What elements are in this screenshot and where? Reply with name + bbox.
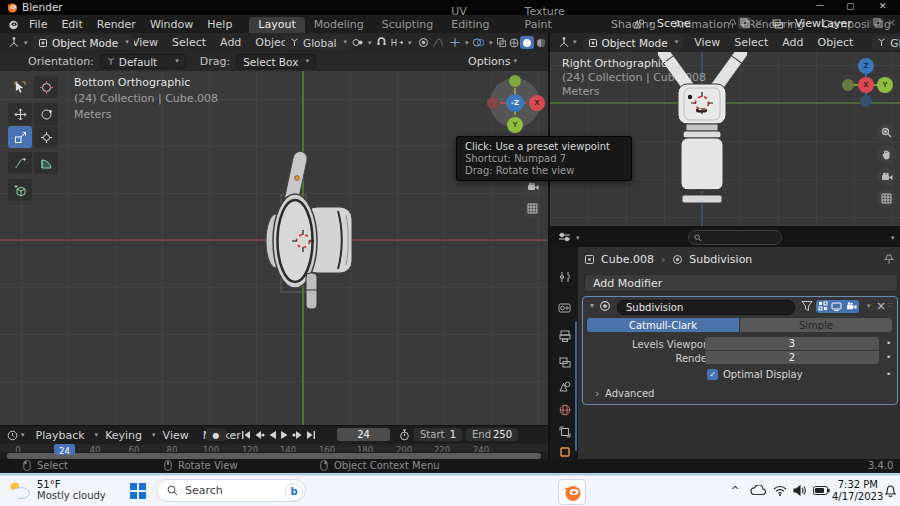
tab-world[interactable]	[556, 402, 573, 418]
options-button[interactable]: Options ▾	[468, 55, 517, 68]
blender-active-button[interactable]	[558, 479, 586, 505]
menu-render[interactable]: Render	[90, 18, 143, 31]
gizmo-y-ball[interactable]: Y	[877, 77, 893, 93]
viewlayer-name[interactable]: ViewLayer	[795, 17, 852, 30]
gizmo-x-center-ball[interactable]: X	[858, 77, 874, 93]
transform-orientation-selector[interactable]: Global ▾	[285, 35, 352, 50]
pan-hand-icon[interactable]	[877, 145, 896, 164]
playhead-marker[interactable]: 24	[54, 444, 75, 455]
animate-dot[interactable]: •	[886, 338, 891, 348]
modifier-extras-chevron[interactable]: ▾	[867, 303, 871, 310]
jump-to-start-button[interactable]	[240, 430, 251, 440]
end-frame-field[interactable]: End 250	[466, 428, 518, 441]
pin-icon[interactable]	[728, 19, 737, 29]
menu-playback[interactable]: Playback	[29, 429, 92, 442]
volume-icon[interactable]	[793, 485, 806, 496]
modifier-delete-button[interactable]: ×	[876, 299, 886, 313]
tool-cursor[interactable]	[34, 76, 58, 98]
render-slider[interactable]: 2	[705, 351, 879, 364]
properties-editor-icon[interactable]	[558, 232, 571, 242]
levels-viewport-slider[interactable]: 3	[705, 337, 879, 350]
show-overlays-icon[interactable]	[472, 37, 485, 48]
edit-mode-display-icon[interactable]	[801, 300, 813, 312]
menu-select[interactable]: Select	[727, 36, 775, 49]
tool-transform[interactable]	[34, 126, 58, 148]
tool-rotate[interactable]	[34, 103, 58, 125]
maximize-button[interactable]: ▢	[846, 1, 855, 11]
search-box[interactable]: Search b	[156, 479, 306, 502]
navigation-gizmo[interactable]: Z Y X	[843, 62, 889, 108]
optimal-display-checkbox[interactable]: ✓	[707, 369, 718, 380]
tool-scale-active[interactable]	[8, 126, 32, 148]
menu-help[interactable]: Help	[200, 18, 239, 31]
tab-render[interactable]	[556, 299, 573, 315]
menu-select[interactable]: Select	[165, 36, 213, 49]
tray-chevron-icon[interactable]: ^	[731, 485, 739, 496]
ortho-grid-icon[interactable]	[523, 199, 542, 218]
ortho-grid-icon[interactable]	[877, 189, 896, 208]
tool-select-box[interactable]	[8, 76, 32, 98]
tool-add-cube[interactable]	[8, 179, 32, 201]
play-button[interactable]	[280, 430, 289, 440]
editor-type-3d-icon[interactable]	[8, 37, 20, 48]
app-menu-icon[interactable]	[8, 19, 19, 30]
animate-dot[interactable]: •	[886, 352, 891, 362]
pin-icon[interactable]	[884, 254, 894, 265]
unlink-scene-button[interactable]: ×	[754, 16, 763, 29]
tab-uv-editing[interactable]: UV Editing	[442, 4, 515, 33]
display-render-icon[interactable]	[846, 302, 857, 311]
properties-search-input[interactable]	[688, 230, 782, 245]
proportional-curve-icon[interactable]	[432, 38, 444, 47]
timeline-ruler[interactable]: 0 40 60 80 100 120 140 160 180 200 220 2…	[0, 444, 548, 452]
tab-output[interactable]	[556, 328, 573, 344]
modifier-drag-grip[interactable]: ∷	[888, 301, 892, 310]
snap-magnet-icon[interactable]	[376, 37, 387, 48]
tool-annotate[interactable]	[8, 152, 32, 174]
breadcrumb-modifier[interactable]: Subdivision	[689, 253, 752, 266]
scene-name[interactable]: Scene	[657, 17, 691, 30]
prev-keyframe-button[interactable]	[254, 430, 265, 440]
auto-keying-button[interactable]: ●	[206, 428, 226, 441]
tab-view-layer[interactable]	[556, 354, 573, 370]
gizmo-z-center-ball[interactable]: -Z	[506, 94, 524, 112]
gizmo-z-neg-ball[interactable]	[860, 95, 872, 107]
gizmo-y-neg-ball[interactable]	[509, 75, 521, 87]
tab-tool[interactable]	[556, 269, 573, 285]
proportional-falloff-icon[interactable]	[418, 37, 429, 48]
gizmo-y-neg-ball[interactable]	[842, 79, 854, 91]
properties-tab-scrollbar[interactable]	[575, 321, 577, 451]
wifi-icon[interactable]	[773, 485, 787, 496]
gizmo-z-ball[interactable]: Z	[858, 58, 874, 74]
viewlayer-icon[interactable]	[772, 19, 784, 29]
subdivision-type-simple[interactable]: Simple	[740, 318, 892, 332]
advanced-label[interactable]: Advanced	[605, 388, 654, 399]
snap-target-icon[interactable]	[352, 37, 364, 48]
tool-move[interactable]	[8, 103, 32, 125]
editor-type-3d-icon[interactable]	[558, 37, 570, 48]
next-keyframe-button[interactable]	[292, 430, 303, 440]
show-gizmo-icon[interactable]	[449, 37, 461, 48]
start-button[interactable]	[130, 483, 146, 499]
menu-add[interactable]: Add	[775, 36, 810, 49]
menu-view[interactable]: View	[156, 429, 196, 442]
menu-view[interactable]: View	[687, 36, 727, 49]
display-on-cage-icon[interactable]	[818, 301, 828, 311]
left-viewport[interactable]: Bottom Orthographic (24) Collection | Cu…	[0, 71, 548, 425]
battery-icon[interactable]	[813, 486, 830, 495]
gizmo-x-neg-ball[interactable]	[487, 97, 499, 109]
orientation-dropdown[interactable]: Default ▾	[100, 54, 186, 69]
properties-options-chevron[interactable]: ▾	[891, 235, 895, 242]
mode-selector[interactable]: Object Mode ▾	[583, 35, 684, 50]
gizmo-x-ball[interactable]: X	[529, 95, 545, 111]
animate-dot[interactable]: •	[886, 369, 891, 379]
tab-collection[interactable]	[556, 424, 573, 440]
use-preview-range-icon[interactable]	[399, 429, 410, 441]
window-close-button[interactable]: ✕	[879, 1, 887, 11]
scene-icon[interactable]	[633, 19, 645, 29]
add-modifier-button[interactable]: Add Modifier ▾	[584, 274, 898, 292]
tab-sculpting[interactable]: Sculpting	[373, 17, 442, 33]
scene-chevron-icon[interactable]: ▾	[649, 21, 653, 28]
advanced-expander-icon[interactable]: ›	[595, 387, 599, 400]
snap-with-icon[interactable]	[390, 38, 403, 47]
breadcrumb-object[interactable]: Cube.008	[601, 253, 654, 266]
